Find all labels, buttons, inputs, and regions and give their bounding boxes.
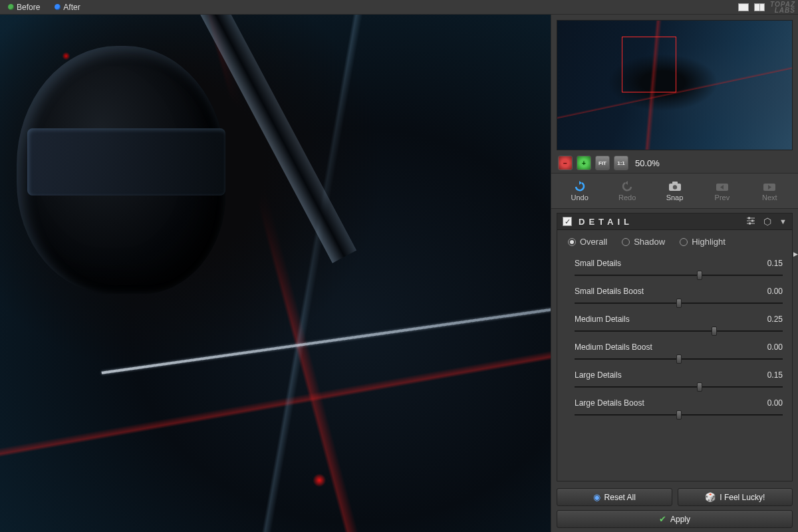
slider-track[interactable]	[575, 297, 783, 309]
svg-rect-6	[748, 217, 750, 219]
slider-value: 0.15	[767, 259, 783, 268]
navigator-viewport-rect[interactable]	[622, 37, 676, 92]
slider-row: Medium Details Boost0.00	[575, 338, 783, 366]
zoom-out-button[interactable]: −	[558, 156, 573, 170]
before-indicator-icon	[8, 4, 14, 10]
check-icon: ✔	[659, 514, 666, 524]
svg-rect-8	[751, 220, 753, 222]
detail-panel-title: DETAIL	[579, 217, 633, 227]
navigator-preview[interactable]	[557, 20, 793, 150]
slider-row: Medium Details0.25	[575, 311, 783, 338]
panel-preset-icon[interactable]: ⬡	[763, 216, 771, 227]
preview-canvas[interactable]	[0, 15, 551, 532]
undo-button[interactable]: Undo	[557, 178, 602, 204]
slider-thumb[interactable]	[676, 410, 682, 420]
slider-value: 0.15	[767, 370, 783, 380]
before-toggle[interactable]: Before	[3, 2, 45, 13]
slider-label: Small Details Boost	[575, 287, 644, 296]
slider-value: 0.00	[767, 342, 783, 352]
right-sidebar: − + FIT 1:1 50.0% Undo Redo	[551, 15, 798, 532]
snap-button[interactable]: Snap	[652, 178, 698, 204]
radio-overall[interactable]: Overall	[568, 237, 607, 247]
preview-image-detail	[27, 128, 225, 196]
slider-label: Medium Details	[575, 315, 630, 324]
slider-label: Small Details	[575, 259, 621, 268]
slider-value: 0.00	[767, 398, 783, 408]
radio-icon	[568, 238, 576, 246]
slider-label: Large Details Boost	[575, 398, 644, 408]
apply-button[interactable]: ✔ Apply	[557, 510, 793, 528]
next-icon	[762, 180, 777, 192]
detail-scope-radios: Overall Shadow Highlight	[557, 230, 792, 252]
brand-logo: TOPAZ LABS	[770, 1, 795, 13]
detail-sliders: Small Details0.15Small Details Boost0.00…	[557, 252, 792, 481]
slider-track[interactable]	[575, 381, 783, 393]
zoom-100-button[interactable]: 1:1	[614, 156, 628, 170]
zoom-in-button[interactable]: +	[577, 156, 591, 170]
slider-thumb[interactable]	[697, 382, 702, 392]
zoom-toolbar: − + FIT 1:1 50.0%	[551, 153, 798, 173]
slider-track[interactable]	[575, 325, 783, 337]
after-toggle[interactable]: After	[49, 2, 85, 13]
i-feel-lucky-button[interactable]: 🎲 I Feel Lucky!	[678, 488, 793, 506]
history-toolbar: Undo Redo Snap Prev	[551, 173, 798, 209]
camera-icon	[668, 180, 682, 192]
slider-thumb[interactable]	[712, 327, 717, 336]
radio-icon	[622, 238, 630, 246]
slider-track[interactable]	[575, 353, 783, 365]
svg-rect-1	[672, 182, 678, 184]
radio-shadow[interactable]: Shadow	[622, 237, 665, 247]
radio-highlight[interactable]: Highlight	[680, 237, 726, 247]
detail-enable-checkbox[interactable]: ✓	[563, 217, 572, 226]
svg-point-2	[672, 185, 676, 189]
prev-icon	[715, 180, 730, 192]
slider-value: 0.25	[767, 315, 783, 324]
split-view-icon[interactable]	[754, 3, 765, 11]
expand-panel-handle[interactable]: ▶	[792, 241, 798, 267]
undo-icon	[573, 180, 587, 192]
slider-thumb[interactable]	[697, 271, 702, 280]
before-label: Before	[17, 3, 40, 12]
radio-icon	[680, 238, 688, 246]
reset-icon: ◉	[593, 492, 600, 502]
after-label: After	[63, 3, 80, 12]
slider-row: Large Details0.15	[575, 366, 783, 394]
slider-thumb[interactable]	[676, 354, 682, 364]
reset-all-button[interactable]: ◉ Reset All	[557, 488, 672, 506]
next-snapshot-button[interactable]: Next	[747, 178, 793, 204]
single-view-icon[interactable]	[738, 3, 749, 11]
dice-icon: 🎲	[705, 492, 716, 502]
slider-row: Small Details0.15	[575, 255, 783, 283]
redo-icon	[620, 180, 634, 192]
slider-row: Small Details Boost0.00	[575, 283, 783, 311]
slider-label: Large Details	[575, 370, 622, 380]
panel-settings-icon[interactable]	[746, 217, 755, 226]
detail-panel-header: ✓ DETAIL ⬡ ▼	[557, 213, 792, 230]
slider-label: Medium Details Boost	[575, 342, 652, 352]
prev-snapshot-button[interactable]: Prev	[699, 178, 745, 204]
slider-track[interactable]	[575, 269, 783, 281]
after-indicator-icon	[55, 4, 61, 10]
slider-track[interactable]	[575, 409, 783, 421]
top-toolbar: Before After TOPAZ LABS	[0, 0, 798, 15]
slider-value: 0.00	[767, 287, 783, 296]
redo-button[interactable]: Redo	[604, 178, 650, 204]
chevron-down-icon[interactable]: ▼	[779, 217, 787, 225]
svg-rect-10	[749, 223, 751, 225]
zoom-level-label: 50.0%	[635, 158, 660, 168]
slider-row: Large Details Boost0.00	[575, 394, 783, 422]
zoom-fit-button[interactable]: FIT	[595, 156, 610, 170]
slider-thumb[interactable]	[676, 299, 682, 308]
detail-panel: ✓ DETAIL ⬡ ▼ Overall Sha	[557, 213, 793, 481]
